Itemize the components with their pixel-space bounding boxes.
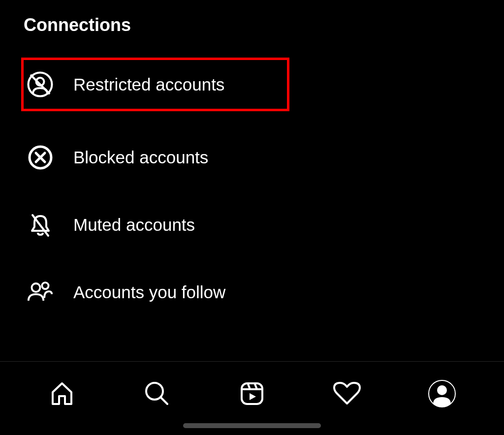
nav-home[interactable] xyxy=(47,379,77,408)
svg-line-10 xyxy=(161,398,167,404)
nav-reels[interactable] xyxy=(237,379,267,408)
restricted-accounts-label: Restricted accounts xyxy=(73,75,224,94)
follow-icon xyxy=(27,279,54,306)
restricted-accounts-item[interactable]: Restricted accounts xyxy=(21,58,289,111)
muted-icon xyxy=(27,211,54,238)
svg-point-7 xyxy=(32,283,40,291)
svg-point-16 xyxy=(437,385,447,395)
accounts-you-follow-label: Accounts you follow xyxy=(73,282,225,302)
accounts-you-follow-item[interactable]: Accounts you follow xyxy=(24,271,289,313)
connections-menu: Restricted accounts Blocked accounts xyxy=(24,60,480,313)
blocked-accounts-item[interactable]: Blocked accounts xyxy=(24,136,289,179)
nav-profile[interactable] xyxy=(427,379,457,408)
home-indicator xyxy=(183,423,321,428)
activity-icon xyxy=(333,381,361,406)
connections-title: Connections xyxy=(24,15,480,35)
nav-search[interactable] xyxy=(142,379,172,408)
search-icon xyxy=(144,380,170,407)
reels-icon xyxy=(239,380,265,407)
blocked-accounts-label: Blocked accounts xyxy=(73,148,208,167)
profile-icon xyxy=(428,379,456,408)
home-icon xyxy=(49,380,75,407)
restricted-icon xyxy=(27,71,54,98)
nav-activity[interactable] xyxy=(332,379,362,408)
svg-rect-11 xyxy=(242,383,262,404)
blocked-icon xyxy=(27,144,54,171)
svg-point-8 xyxy=(42,282,48,289)
muted-accounts-label: Muted accounts xyxy=(73,215,195,235)
muted-accounts-item[interactable]: Muted accounts xyxy=(24,203,289,246)
